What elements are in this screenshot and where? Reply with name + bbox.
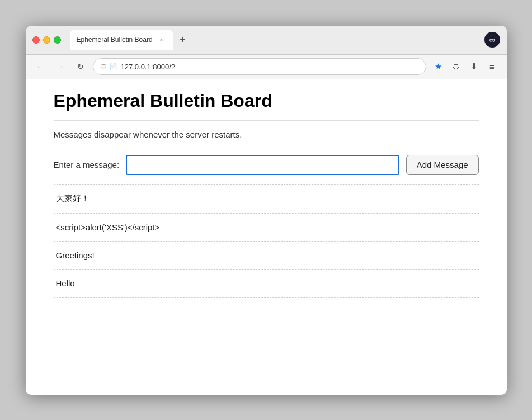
message-label: Enter a message: — [54, 160, 120, 169]
pocket-button[interactable]: 🛡 — [449, 59, 464, 74]
message-item: <script>alert('XSS')</script> — [54, 214, 479, 242]
close-button[interactable] — [32, 36, 40, 44]
address-text: 127.0.0.1:8000/? — [121, 63, 419, 71]
message-item: 大家好！ — [54, 185, 479, 214]
menu-button[interactable]: ≡ — [484, 59, 500, 74]
download-button[interactable]: ⬇ — [467, 59, 482, 74]
nav-bar: ← → ↻ 🛡 📄 127.0.0.1:8000/? ★ 🛡 ⬇ ≡ — [26, 55, 507, 79]
message-form: Enter a message: Add Message — [54, 155, 479, 175]
reload-button[interactable]: ↻ — [73, 59, 88, 74]
forward-button[interactable]: → — [53, 59, 68, 74]
traffic-lights — [32, 36, 61, 44]
message-input[interactable] — [126, 155, 399, 175]
bookmark-button[interactable]: ★ — [431, 59, 446, 74]
browser-profile[interactable]: ∞ — [484, 32, 500, 48]
page-title: Ephemeral Bulletin Board — [54, 91, 479, 121]
message-item: Greetings! — [54, 242, 479, 270]
file-icon: 📄 — [109, 63, 117, 70]
new-tab-button[interactable]: + — [175, 32, 191, 48]
active-tab[interactable]: Ephemeral Bulletin Board × — [70, 30, 173, 50]
page-subtitle: Messages disappear whenever the server r… — [54, 130, 479, 139]
message-item: Hello — [54, 270, 479, 298]
title-bar: Ephemeral Bulletin Board × + ∞ — [26, 26, 507, 55]
page-content: Ephemeral Bulletin Board Messages disapp… — [26, 79, 507, 395]
tab-bar: Ephemeral Bulletin Board × + — [70, 30, 480, 50]
page-inner: Ephemeral Bulletin Board Messages disapp… — [43, 79, 490, 309]
shield-icon: 🛡 — [100, 63, 107, 70]
maximize-button[interactable] — [54, 36, 61, 44]
messages-list: 大家好！<script>alert('XSS')</script>Greetin… — [54, 184, 479, 298]
address-bar[interactable]: 🛡 📄 127.0.0.1:8000/? — [93, 58, 426, 75]
tab-title: Ephemeral Bulletin Board — [77, 36, 153, 44]
back-button[interactable]: ← — [32, 59, 48, 74]
address-bar-security: 🛡 📄 — [100, 63, 117, 70]
browser-window: Ephemeral Bulletin Board × + ∞ ← → ↻ 🛡 📄… — [26, 26, 507, 395]
tab-close-button[interactable]: × — [157, 35, 166, 44]
minimize-button[interactable] — [43, 36, 50, 44]
add-message-button[interactable]: Add Message — [406, 155, 479, 175]
nav-actions: ★ 🛡 ⬇ ≡ — [431, 59, 500, 74]
